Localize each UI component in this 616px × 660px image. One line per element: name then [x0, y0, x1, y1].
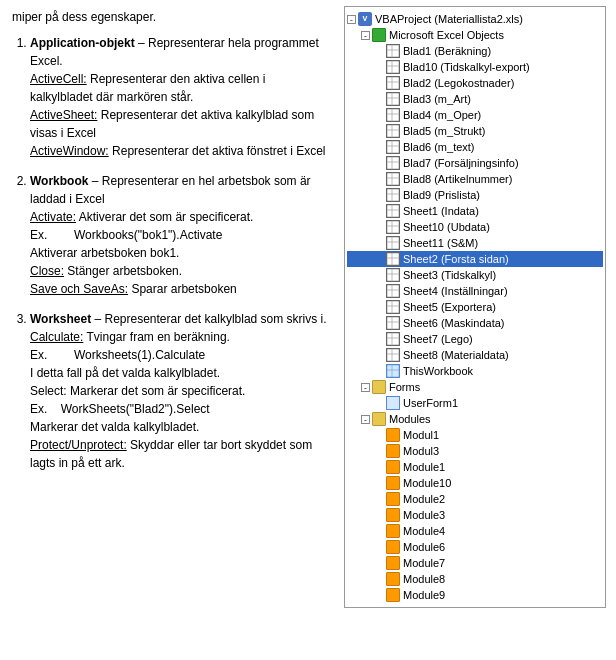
- tree-item-sheet10[interactable]: Sheet10 (Ubdata): [347, 219, 603, 235]
- tree-item-label: Modul3: [403, 445, 439, 457]
- section-2: Workbook – Representerar en hel arbetsbo…: [30, 172, 328, 298]
- tree-item-label: Blad8 (Artikelnummer): [403, 173, 512, 185]
- svg-rect-3: [387, 61, 399, 73]
- tree-item-thisworkbook[interactable]: ThisWorkbook: [347, 363, 603, 379]
- svg-rect-30: [387, 205, 399, 217]
- sec3-item2: I detta fall på det valda kalkylbladet.: [30, 366, 220, 380]
- svg-rect-54: [387, 333, 399, 345]
- tree-panel: -VVBAProject (Materiallista2.xls)-Micros…: [340, 0, 616, 660]
- svg-rect-60: [387, 365, 399, 377]
- tree-item-vbaproject[interactable]: -VVBAProject (Materiallista2.xls): [347, 11, 603, 27]
- module-icon: [386, 444, 400, 458]
- sheet-icon: [386, 140, 400, 154]
- tree-item-userform1[interactable]: UserForm1: [347, 395, 603, 411]
- tree-item-sheet5[interactable]: Sheet5 (Exportera): [347, 299, 603, 315]
- svg-rect-0: [387, 45, 399, 57]
- sec1-item1-label: ActiveSheet:: [30, 108, 97, 122]
- sheet-icon: [386, 156, 400, 170]
- tree-item-modul3[interactable]: Modul3: [347, 443, 603, 459]
- tree-item-blad9[interactable]: Blad9 (Prislista): [347, 187, 603, 203]
- top-note: miper på dess egenskaper.: [12, 8, 328, 26]
- svg-rect-36: [387, 237, 399, 249]
- collapse-icon[interactable]: -: [361, 415, 370, 424]
- tree-item-blad3[interactable]: Blad3 (m_Art): [347, 91, 603, 107]
- module-icon: [386, 492, 400, 506]
- sheet-icon: [386, 124, 400, 138]
- sec2-item0-label: Activate:: [30, 210, 76, 224]
- sheet-icon: [386, 236, 400, 250]
- tree-item-label: Blad5 (m_Strukt): [403, 125, 486, 137]
- tree-item-module6[interactable]: Module6: [347, 539, 603, 555]
- tree-item-sheet3[interactable]: Sheet3 (Tidskalkyl): [347, 267, 603, 283]
- section-3-intro: – Representerar det kalkylblad som skriv…: [91, 312, 326, 326]
- tree-item-forms[interactable]: -Forms: [347, 379, 603, 395]
- tree-item-label: Sheet4 (Inställningar): [403, 285, 508, 297]
- module-icon: [386, 524, 400, 538]
- tree-item-module7[interactable]: Module7: [347, 555, 603, 571]
- tree-item-sheet1[interactable]: Sheet1 (Indata): [347, 203, 603, 219]
- sheet-icon: [386, 92, 400, 106]
- collapse-icon[interactable]: -: [361, 31, 370, 40]
- tree-item-module3[interactable]: Module3: [347, 507, 603, 523]
- form-icon: [386, 396, 400, 410]
- sheet-icon: [386, 284, 400, 298]
- sheet-icon: [386, 60, 400, 74]
- main-container: miper på dess egenskaper. Application-ob…: [0, 0, 616, 660]
- tree-item-module9[interactable]: Module9: [347, 587, 603, 603]
- tree-item-module10[interactable]: Module10: [347, 475, 603, 491]
- tree-item-blad5[interactable]: Blad5 (m_Strukt): [347, 123, 603, 139]
- section-2-title: Workbook: [30, 174, 88, 188]
- tree-item-sheet8[interactable]: Sheet8 (Materialdata): [347, 347, 603, 363]
- svg-rect-9: [387, 93, 399, 105]
- sec3-item5: Markerar det valda kalkylbladet.: [30, 420, 199, 434]
- vba-tree[interactable]: -VVBAProject (Materiallista2.xls)-Micros…: [344, 6, 606, 608]
- tree-item-label: Blad7 (Forsäljningsinfo): [403, 157, 519, 169]
- tree-item-label: Module2: [403, 493, 445, 505]
- tree-item-sheet7[interactable]: Sheet7 (Lego): [347, 331, 603, 347]
- tree-item-blad10[interactable]: Blad10 (Tidskalkyl-export): [347, 59, 603, 75]
- tree-item-modules[interactable]: -Modules: [347, 411, 603, 427]
- sheet-icon: [386, 44, 400, 58]
- sec2-item4-label: Save och SaveAs:: [30, 282, 128, 296]
- tree-item-sheet11[interactable]: Sheet11 (S&M): [347, 235, 603, 251]
- sec1-item2-text: Representerar det aktiva fönstret i Exce…: [109, 144, 326, 158]
- sec2-item0-text: Aktiverar det som är specificerat.: [76, 210, 253, 224]
- tree-item-sheet6[interactable]: Sheet6 (Maskindata): [347, 315, 603, 331]
- sec1-item0-label: ActiveCell:: [30, 72, 87, 86]
- tree-item-label: Forms: [389, 381, 420, 393]
- tree-item-label: Module10: [403, 477, 451, 489]
- tree-item-label: Module3: [403, 509, 445, 521]
- tree-item-sheet4[interactable]: Sheet4 (Inställningar): [347, 283, 603, 299]
- svg-rect-48: [387, 301, 399, 313]
- sec3-item3-label: Select: Markerar det som är specificerat…: [30, 384, 245, 398]
- vba-icon: V: [358, 12, 372, 26]
- tree-item-label: VBAProject (Materiallista2.xls): [375, 13, 523, 25]
- collapse-icon[interactable]: -: [347, 15, 356, 24]
- sec2-item2: Aktiverar arbetsboken bok1.: [30, 246, 179, 260]
- svg-rect-42: [387, 269, 399, 281]
- tree-item-blad1[interactable]: Blad1 (Beräkning): [347, 43, 603, 59]
- tree-item-module2[interactable]: Module2: [347, 491, 603, 507]
- tree-item-blad8[interactable]: Blad8 (Artikelnummer): [347, 171, 603, 187]
- tree-item-module1[interactable]: Module1: [347, 459, 603, 475]
- tree-item-label: Blad10 (Tidskalkyl-export): [403, 61, 530, 73]
- svg-rect-12: [387, 109, 399, 121]
- svg-rect-51: [387, 317, 399, 329]
- tree-item-module4[interactable]: Module4: [347, 523, 603, 539]
- tree-item-blad6[interactable]: Blad6 (m_text): [347, 139, 603, 155]
- collapse-icon[interactable]: -: [361, 383, 370, 392]
- tree-item-module8[interactable]: Module8: [347, 571, 603, 587]
- tree-item-blad2[interactable]: Blad2 (Legokostnader): [347, 75, 603, 91]
- tree-item-label: Sheet8 (Materialdata): [403, 349, 509, 361]
- sec2-item3-label: Close:: [30, 264, 64, 278]
- sec2-item1: Ex. Workbooks("bok1").Activate: [30, 228, 222, 242]
- tree-item-modul1[interactable]: Modul1: [347, 427, 603, 443]
- section-1: Application-objekt – Representerar hela …: [30, 34, 328, 160]
- tree-item-blad7[interactable]: Blad7 (Forsäljningsinfo): [347, 155, 603, 171]
- module-icon: [386, 540, 400, 554]
- tree-item-blad4[interactable]: Blad4 (m_Oper): [347, 107, 603, 123]
- tree-item-excel-objects[interactable]: -Microsoft Excel Objects: [347, 27, 603, 43]
- tree-item-label: Blad9 (Prislista): [403, 189, 480, 201]
- tree-item-sheet2[interactable]: Sheet2 (Forsta sidan): [347, 251, 603, 267]
- tree-item-label: Blad1 (Beräkning): [403, 45, 491, 57]
